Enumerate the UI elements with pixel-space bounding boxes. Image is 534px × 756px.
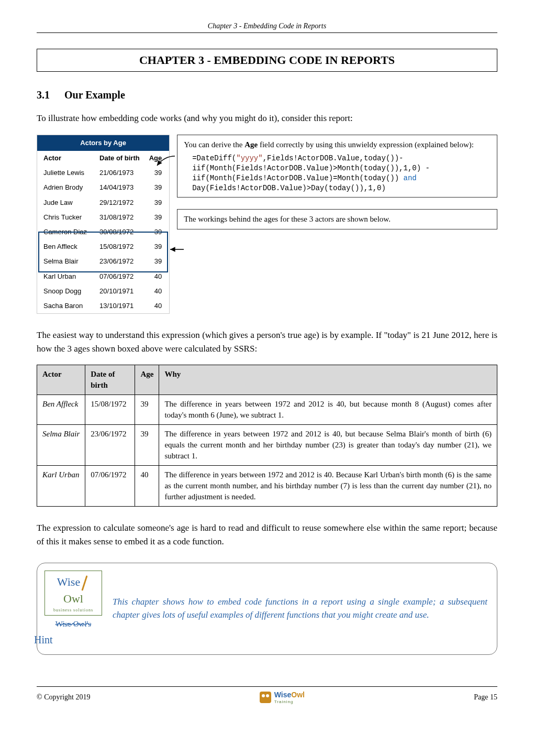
code-l4: Day(Fields!ActorDOB.Value)>Day(today()),… <box>192 184 386 192</box>
cell-dob: 29/12/1972 <box>93 195 146 210</box>
table-row: Adrien Brody14/04/197339 <box>37 180 169 195</box>
cell-actor: Cameron Diaz <box>37 225 93 239</box>
table-row: Selma Blair23/06/197239 <box>37 254 169 269</box>
cell-age: 39 <box>146 195 170 210</box>
cell-actor: Karl Urban <box>37 269 93 284</box>
code-l1a: =DateDiff( <box>192 154 236 162</box>
footer-training: Training <box>274 699 305 705</box>
cell-actor: Ben Affleck <box>37 239 93 254</box>
code-l1b: ,Fields!ActorDOB.Value,today())- <box>263 154 404 162</box>
logo-owl: Owl <box>63 592 83 605</box>
cell-actor: Jude Law <box>37 195 93 210</box>
cell-why: The difference in years between 1972 and… <box>159 395 497 425</box>
cell-age: 39 <box>146 254 170 269</box>
callout-workings: The workings behind the ages for these 3… <box>177 209 497 229</box>
section-number: 3.1 <box>37 87 62 102</box>
footer-wise: Wise <box>274 691 292 699</box>
cell-dob: 14/04/1973 <box>93 180 146 195</box>
figure-report-and-callouts: Actors by Age Actor Date of birth Age Ju… <box>37 135 497 314</box>
table-row: Juliette Lewis21/06/197339 <box>37 166 169 180</box>
actors-report: Actors by Age Actor Date of birth Age Ju… <box>37 135 170 314</box>
why-col-why: Why <box>159 365 497 395</box>
callout-lead-a: You can derive the <box>184 140 244 149</box>
cell-dob: 20/10/1971 <box>93 284 146 299</box>
callout-lead-b: field correctly by using this unwieldy e… <box>258 140 474 149</box>
cell-age: 40 <box>146 269 170 284</box>
cell-age: 39 <box>146 210 170 225</box>
owl-badge-icon <box>260 692 271 703</box>
intro-paragraph: To illustrate how embedding code works (… <box>37 112 497 125</box>
footer-copyright: © Copyright 2019 <box>37 692 90 703</box>
col-actor: Actor <box>37 151 93 166</box>
page-footer: © Copyright 2019 WiseOwl Training Page 1… <box>37 686 497 705</box>
cell-age: 39 <box>135 425 159 466</box>
cell-dob: 31/08/1972 <box>93 210 146 225</box>
chapter-title-box: CHAPTER 3 - EMBEDDING CODE IN REPORTS <box>37 49 497 72</box>
why-col-actor: Actor <box>37 365 85 395</box>
cell-dob: 07/06/1972 <box>93 269 146 284</box>
logo-subtitle: business solutions <box>47 607 99 613</box>
col-age: Age <box>146 151 170 166</box>
chapter-title: CHAPTER 3 - EMBEDDING CODE IN REPORTS <box>42 52 492 69</box>
callout-expression: You can derive the Age field correctly b… <box>177 135 497 198</box>
cell-dob: 07/06/1972 <box>85 466 135 507</box>
paragraph-explain: The easiest way to understand this expre… <box>37 328 497 355</box>
cell-age: 39 <box>146 166 170 180</box>
col-dob: Date of birth <box>93 151 146 166</box>
cell-dob: 23/06/1972 <box>85 425 135 466</box>
footer-logo: WiseOwl Training <box>260 690 305 705</box>
table-row: Jude Law29/12/197239 <box>37 195 169 210</box>
page-header: Chapter 3 - Embedding Code in Reports <box>37 21 497 33</box>
cell-age: 40 <box>146 284 170 299</box>
code-l3a: iif(Month(Fields!ActorDOB.Value)=Month(t… <box>192 174 403 182</box>
code-l2: iif(Month(Fields!ActorDOB.Value)>Month(t… <box>192 164 430 172</box>
hint-label: Hint <box>34 632 102 647</box>
cell-dob: 13/10/1971 <box>93 299 146 313</box>
cell-dob: 23/06/1972 <box>93 254 146 269</box>
hint-logo: WiseOwl business solutions Wise Owl's Hi… <box>44 571 102 647</box>
arrow-to-workings-callout <box>169 245 185 254</box>
why-table: Actor Date of birth Age Why Ben Affleck1… <box>37 365 497 507</box>
logo-wise: Wise <box>57 575 80 588</box>
cell-why: The difference in years between 1972 and… <box>159 466 497 507</box>
cell-dob: 21/06/1973 <box>93 166 146 180</box>
cell-age: 39 <box>146 225 170 239</box>
why-col-age: Age <box>135 365 159 395</box>
code-l1-string: "yyyy" <box>236 154 262 162</box>
table-row: Selma Blair23/06/197239The difference in… <box>37 425 497 466</box>
cell-age: 39 <box>146 180 170 195</box>
footer-page: Page 15 <box>474 692 497 703</box>
cell-actor: Ben Affleck <box>37 395 85 425</box>
cell-age: 39 <box>146 239 170 254</box>
cell-actor: Selma Blair <box>37 254 93 269</box>
cell-dob: 30/08/1972 <box>93 225 146 239</box>
table-row: Snoop Dogg20/10/197140 <box>37 284 169 299</box>
logo-slash-icon <box>77 576 92 591</box>
table-row: Chris Tucker31/08/197239 <box>37 210 169 225</box>
cell-age: 40 <box>135 466 159 507</box>
cell-age: 40 <box>146 299 170 313</box>
callout-lead-bold: Age <box>244 140 258 149</box>
logo-struck-text: Wise Owl's <box>55 619 91 630</box>
cell-dob: 15/08/1972 <box>93 239 146 254</box>
actors-table: Actor Date of birth Age Juliette Lewis21… <box>37 151 169 313</box>
table-row: Karl Urban07/06/197240 <box>37 269 169 284</box>
callout-workings-text: The workings behind the ages for these 3… <box>184 215 391 223</box>
table-row: Sacha Baron13/10/197140 <box>37 299 169 313</box>
cell-age: 39 <box>135 395 159 425</box>
cell-why: The difference in years between 1972 and… <box>159 425 497 466</box>
callout-lead: You can derive the Age field correctly b… <box>184 139 491 150</box>
code-l3-kw: and <box>403 174 416 182</box>
hint-box: WiseOwl business solutions Wise Owl's Hi… <box>37 563 497 655</box>
report-title: Actors by Age <box>37 135 169 151</box>
paragraph-conclusion: The expression to calculate someone's ag… <box>37 521 497 548</box>
section-title: Our Example <box>64 89 125 101</box>
wiseowl-logo: WiseOwl business solutions <box>44 571 102 616</box>
table-row: Karl Urban07/06/197240The difference in … <box>37 466 497 507</box>
footer-owl: Owl <box>291 691 305 699</box>
table-row: Ben Affleck15/08/197239The difference in… <box>37 395 497 425</box>
cell-actor: Karl Urban <box>37 466 85 507</box>
cell-actor: Juliette Lewis <box>37 166 93 180</box>
expression-code: =DateDiff("yyyy",Fields!ActorDOB.Value,t… <box>184 154 491 193</box>
why-col-dob: Date of birth <box>85 365 135 395</box>
